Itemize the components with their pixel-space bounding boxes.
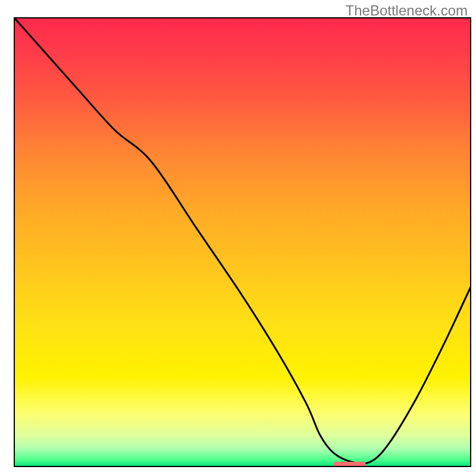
chart-canvas xyxy=(0,0,476,476)
plot-background xyxy=(14,18,471,466)
bottleneck-chart: TheBottleneck.com xyxy=(0,0,476,476)
